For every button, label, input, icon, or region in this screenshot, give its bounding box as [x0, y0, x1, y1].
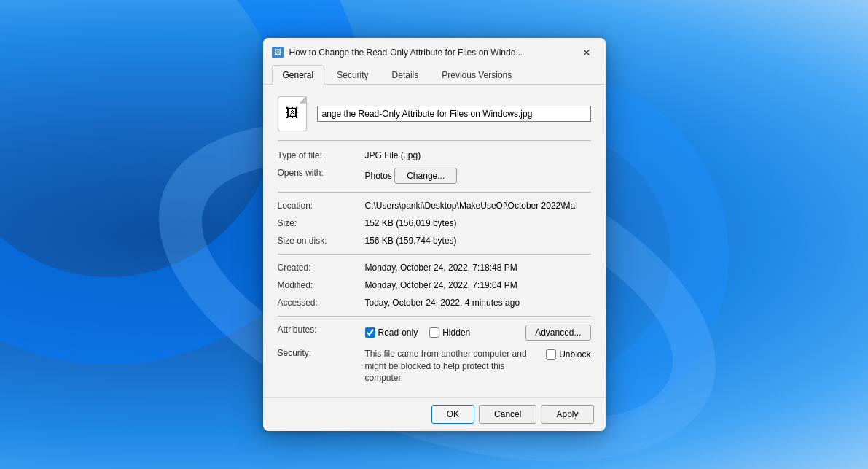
ok-button[interactable]: OK: [431, 405, 474, 424]
dialog-footer: OK Cancel Apply: [263, 397, 606, 431]
dialog-title: How to Change the Read-Only Attribute fo…: [289, 47, 523, 58]
change-button[interactable]: Change...: [394, 168, 457, 184]
type-label: Type of file:: [278, 147, 365, 164]
type-value: JPG File (.jpg): [365, 147, 591, 164]
tab-security[interactable]: Security: [326, 65, 379, 85]
divider-2: [278, 192, 591, 193]
divider-4: [278, 316, 591, 317]
tab-bar: General Security Details Previous Versio…: [263, 60, 606, 85]
security-label: Security:: [278, 344, 365, 362]
unblock-checkbox[interactable]: [546, 349, 556, 360]
unblock-label: Unblock: [559, 349, 590, 360]
security-text: This file came from another computer and…: [365, 348, 541, 384]
size-disk-label: Size on disk:: [278, 232, 365, 249]
divider-3: [278, 254, 591, 255]
size-value: 152 KB (156,019 bytes): [365, 214, 591, 232]
modified-value: Monday, October 24, 2022, 7:19:04 PM: [365, 276, 591, 294]
readonly-checkbox[interactable]: [365, 327, 375, 338]
attributes-row: Read-only Hidden Advanced...: [365, 321, 591, 344]
titlebar-left: 🖼 How to Change the Read-Only Attribute …: [272, 47, 523, 58]
file-header: 🖼: [278, 96, 591, 131]
location-value: C:\Users\panki\Desktop\MakeUseOf\October…: [365, 197, 591, 214]
tab-details[interactable]: Details: [381, 65, 430, 85]
cancel-button[interactable]: Cancel: [479, 405, 536, 424]
hidden-checkbox-label[interactable]: Hidden: [429, 327, 470, 338]
apply-button[interactable]: Apply: [541, 405, 593, 424]
size-disk-value: 156 KB (159,744 bytes): [365, 232, 591, 249]
readonly-label: Read-only: [378, 327, 418, 338]
created-value: Monday, October 24, 2022, 7:18:48 PM: [365, 259, 591, 276]
modified-label: Modified:: [278, 276, 365, 294]
close-button[interactable]: ✕: [576, 45, 597, 60]
file-name-input[interactable]: [317, 106, 591, 122]
hidden-label: Hidden: [442, 327, 470, 338]
created-label: Created:: [278, 259, 365, 276]
attributes-label: Attributes:: [278, 321, 365, 338]
hidden-checkbox[interactable]: [429, 327, 439, 338]
dialog-overlay: 🖼 How to Change the Read-Only Attribute …: [0, 0, 868, 469]
advanced-button[interactable]: Advanced...: [525, 325, 590, 341]
titlebar: 🖼 How to Change the Read-Only Attribute …: [263, 38, 606, 60]
readonly-checkbox-label[interactable]: Read-only: [365, 327, 418, 338]
accessed-label: Accessed:: [278, 294, 365, 311]
properties-grid: Type of file: JPG File (.jpg) Opens with…: [278, 147, 591, 388]
opens-value: Photos: [365, 171, 392, 181]
tab-previous-versions[interactable]: Previous Versions: [431, 65, 523, 85]
dialog-content: 🖼 Type of file: JPG File (.jpg) Opens wi…: [263, 85, 606, 397]
unblock-checkbox-label[interactable]: Unblock: [546, 349, 590, 360]
dialog-icon: 🖼: [272, 47, 284, 58]
tab-general[interactable]: General: [272, 65, 325, 85]
opens-label: Opens with:: [278, 164, 365, 182]
accessed-value: Today, October 24, 2022, 4 minutes ago: [365, 294, 591, 311]
file-icon: 🖼: [278, 96, 307, 131]
size-label: Size:: [278, 214, 365, 232]
divider-1: [278, 140, 591, 141]
opens-row: Photos Change...: [365, 164, 591, 187]
location-label: Location:: [278, 197, 365, 214]
properties-dialog: 🖼 How to Change the Read-Only Attribute …: [263, 38, 606, 431]
security-row: This file came from another computer and…: [365, 344, 591, 388]
